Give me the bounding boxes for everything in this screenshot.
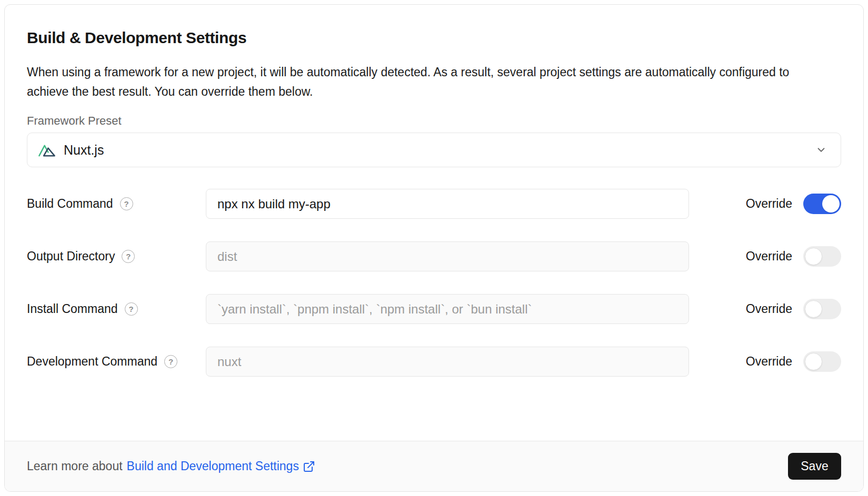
development-command-input: [206, 347, 689, 377]
framework-preset-select[interactable]: Nuxt.js: [27, 133, 841, 167]
card-main: Build & Development Settings When using …: [5, 5, 863, 441]
toggle-knob: [822, 195, 840, 212]
help-circle-icon[interactable]: ?: [122, 250, 135, 263]
build-command-input[interactable]: [206, 189, 689, 219]
output-directory-override-cell: Override: [689, 246, 841, 267]
save-button[interactable]: Save: [788, 453, 841, 480]
build-command-label-cell: Build Command ?: [27, 197, 206, 211]
override-label: Override: [746, 302, 792, 316]
help-circle-icon[interactable]: ?: [120, 197, 133, 210]
help-circle-icon[interactable]: ?: [125, 302, 138, 316]
install-command-override-cell: Override: [689, 299, 841, 319]
install-command-label: Install Command: [27, 302, 118, 316]
override-label: Override: [746, 197, 792, 211]
card-footer: Learn more about Build and Development S…: [5, 441, 863, 491]
learn-more-text: Learn more about Build and Development S…: [27, 459, 315, 473]
chevron-down-icon: [815, 144, 827, 156]
learn-more-prefix: Learn more about: [27, 459, 123, 473]
development-command-label-cell: Development Command ?: [27, 355, 206, 369]
output-directory-override-toggle[interactable]: [803, 246, 841, 267]
nuxt-logo-icon: [38, 143, 56, 157]
development-command-label: Development Command: [27, 355, 157, 369]
override-label: Override: [746, 249, 792, 264]
install-command-override-toggle[interactable]: [803, 299, 841, 319]
build-command-override-toggle[interactable]: [803, 194, 841, 214]
install-command-label-cell: Install Command ?: [27, 302, 206, 316]
output-directory-input: [206, 241, 689, 271]
output-directory-label-cell: Output Directory ?: [27, 249, 206, 264]
help-circle-icon[interactable]: ?: [164, 355, 177, 368]
development-command-override-toggle[interactable]: [803, 351, 841, 372]
framework-preset-label: Framework Preset: [27, 114, 841, 128]
install-command-input: [206, 294, 689, 324]
page-title: Build & Development Settings: [27, 29, 841, 47]
development-command-override-cell: Override: [689, 351, 841, 372]
override-label: Override: [746, 355, 792, 369]
output-directory-label: Output Directory: [27, 249, 115, 264]
toggle-knob: [805, 248, 822, 265]
toggle-knob: [805, 353, 822, 370]
framework-preset-value: Nuxt.js: [64, 143, 104, 158]
build-command-row: Build Command ? Override: [27, 189, 841, 219]
development-command-row: Development Command ? Override: [27, 347, 841, 377]
toggle-knob: [805, 300, 822, 318]
build-command-override-cell: Override: [689, 194, 841, 214]
build-dev-settings-card: Build & Development Settings When using …: [4, 4, 864, 492]
build-command-label: Build Command: [27, 197, 113, 211]
install-command-row: Install Command ? Override: [27, 294, 841, 324]
learn-more-link-label: Build and Development Settings: [127, 459, 299, 473]
settings-description: When using a framework for a new project…: [27, 63, 790, 102]
external-link-icon: [303, 460, 315, 473]
output-directory-row: Output Directory ? Override: [27, 241, 841, 271]
settings-rows: Build Command ? Override Output Director…: [27, 189, 841, 377]
build-dev-settings-link[interactable]: Build and Development Settings: [127, 459, 315, 473]
